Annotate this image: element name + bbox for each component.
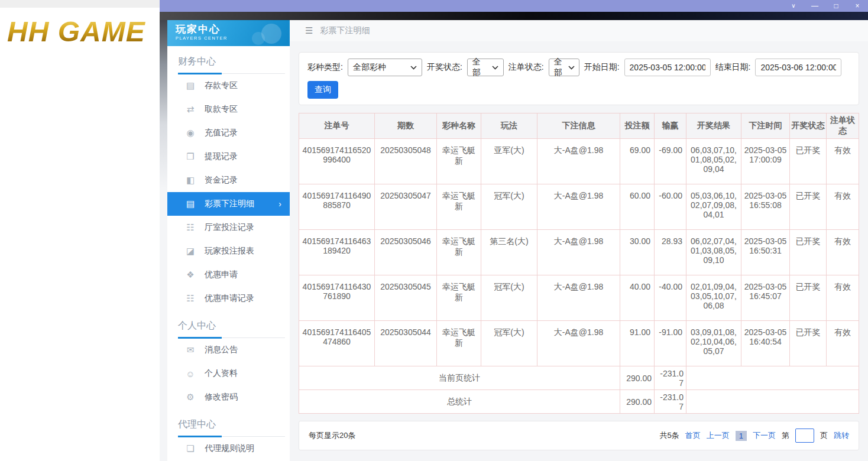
main-content: ☰ 彩票下注明细 彩种类型: 全部彩种 开奖状态: 全部 注单状态: (290, 20, 868, 461)
chevron-right-icon: › (278, 199, 281, 209)
total-summary-winloss: -231.07 (655, 390, 686, 414)
sidebar-item-玩家投注报表[interactable]: ◪玩家投注报表 (167, 239, 290, 263)
sidebar-item-代理规则说明[interactable]: ❏代理规则说明 (167, 437, 290, 460)
background-page: HH GAME (0, 0, 160, 461)
column-header: 开奖状态 (790, 113, 827, 139)
sidebar-item-提现记录[interactable]: ❒提现记录 (167, 145, 290, 168)
bets-table-wrap: 注单号期数彩种名称玩法下注信息投注额输赢开奖结果下注时间开奖状态注单状态 401… (299, 113, 859, 414)
search-button[interactable]: 查询 (307, 81, 338, 99)
next-page-link[interactable]: 下一页 (753, 430, 776, 441)
password-icon: ⚙ (185, 392, 196, 402)
cell: 大-A盘@1.98 (537, 139, 620, 184)
cell: 40.00 (620, 275, 655, 321)
sidebar-item-取款专区[interactable]: ⇄取款专区 (167, 98, 290, 121)
background-top-strip (0, 0, 160, 8)
cell: 已开奖 (790, 275, 827, 321)
window-chevron-icon[interactable]: ∨ (783, 0, 804, 12)
cell: 冠军(大) (481, 321, 537, 366)
sidebar-item-存款专区[interactable]: ▤存款专区 (167, 74, 290, 98)
sidebar-item-label: 提现记录 (205, 151, 238, 162)
draw-status-select[interactable]: 全部 (467, 59, 504, 76)
sidebar-section-label: 个人中心 (167, 310, 290, 338)
window-titlebar: ∨ — □ × (160, 0, 868, 12)
current-page-badge[interactable]: 1 (736, 431, 747, 441)
sidebar-item-个人资料[interactable]: ☺个人资料 (167, 362, 290, 385)
window-body: 玩家中心 PLAYERS CENTER 财务中心▤存款专区⇄取款专区◉充值记录❒… (160, 20, 868, 461)
sidebar-item-label: 代理规则说明 (205, 443, 254, 454)
end-date-label: 结束日期: (715, 62, 751, 73)
cell: 大-A盘@1.98 (537, 321, 620, 366)
cell: 有效 (827, 139, 859, 184)
sidebar-item-消息公告[interactable]: ✉消息公告 (167, 338, 290, 362)
column-header: 开奖结果 (686, 113, 741, 139)
promo-apply-icon: ❖ (185, 270, 196, 280)
cell: 大-A盘@1.98 (537, 230, 620, 275)
promo-apply-record-icon: ☷ (185, 293, 196, 304)
agent-rules-icon: ❏ (185, 443, 196, 454)
column-header: 彩种名称 (437, 113, 481, 139)
cell: 已开奖 (790, 321, 827, 366)
table-row: 40156917411646318942020250305046幸运飞艇新第三名… (299, 230, 859, 275)
order-status-select[interactable]: 全部 (549, 59, 579, 76)
pagination-panel: 每页显示20条 共5条 首页 上一页 1 下一页 第 页 跳转 (299, 421, 859, 450)
deposit-icon: ▤ (185, 80, 196, 91)
sidebar-nav: 财务中心▤存款专区⇄取款专区◉充值记录❒提现记录◧资金记录▤彩票下注明细›☷厅室… (167, 46, 290, 460)
jump-action-link[interactable]: 跳转 (834, 430, 849, 441)
sidebar-item-label: 充值记录 (205, 128, 238, 138)
page-title: 彩票下注明细 (320, 25, 370, 36)
hamburger-icon[interactable]: ☰ (305, 25, 313, 36)
page-jump-input[interactable] (795, 428, 814, 443)
lottery-type-select[interactable]: 全部彩种 (348, 59, 422, 76)
start-date-label: 开始日期: (584, 62, 620, 73)
cell: 401569174116430761890 (299, 275, 375, 321)
sidebar-item-彩票下注明细[interactable]: ▤彩票下注明细› (167, 192, 290, 216)
cell: 冠军(大) (481, 184, 537, 230)
sidebar-header: 玩家中心 PLAYERS CENTER (167, 20, 290, 46)
start-date-input[interactable] (624, 59, 711, 76)
window-maximize-icon[interactable]: □ (825, 0, 847, 12)
cell: 20250305048 (375, 139, 437, 184)
end-date-input[interactable] (755, 59, 841, 76)
main-topbar: ☰ 彩票下注明细 (290, 20, 868, 41)
sidebar-item-label: 玩家投注报表 (205, 246, 254, 257)
bets-table: 注单号期数彩种名称玩法下注信息投注额输赢开奖结果下注时间开奖状态注单状态 401… (299, 113, 859, 414)
sidebar-section-label: 财务中心 (167, 46, 290, 74)
sidebar-item-优惠申请[interactable]: ❖优惠申请 (167, 263, 290, 287)
sidebar-item-修改密码[interactable]: ⚙修改密码 (167, 385, 290, 409)
sidebar-item-label: 个人资料 (205, 368, 238, 379)
prev-page-link[interactable]: 上一页 (707, 430, 730, 441)
cell: 20250305047 (375, 184, 437, 230)
cell: 有效 (827, 184, 859, 230)
sidebar-item-label: 优惠申请 (205, 270, 238, 280)
sidebar-item-label: 资金记录 (205, 175, 238, 186)
cell: 有效 (827, 230, 859, 275)
window-close-icon[interactable]: × (847, 0, 868, 12)
sidebar-item-优惠申请记录[interactable]: ☷优惠申请记录 (167, 287, 290, 310)
cell: 2025-03-05 16:45:07 (741, 275, 790, 321)
withdraw-icon: ⇄ (185, 104, 196, 115)
cell: 冠军(大) (481, 275, 537, 321)
player-bet-report-icon: ◪ (185, 246, 196, 257)
sidebar-item-充值记录[interactable]: ◉充值记录 (167, 121, 290, 145)
window-minimize-icon[interactable]: — (804, 0, 825, 12)
sidebar-item-资金记录[interactable]: ◧资金记录 (167, 168, 290, 192)
cell: 401569174116463189420 (299, 230, 375, 275)
cell: -40.00 (655, 275, 686, 321)
jump-prefix-text: 第 (782, 430, 789, 441)
hall-bet-record-icon: ☷ (185, 222, 196, 233)
sidebar-item-厅室投注记录[interactable]: ☷厅室投注记录 (167, 216, 290, 239)
lottery-bet-detail-icon: ▤ (185, 199, 196, 209)
cell: 401569174116490885870 (299, 184, 375, 230)
cell: 幸运飞艇新 (437, 184, 481, 230)
sidebar-item-label: 取款专区 (205, 104, 238, 115)
lottery-type-value: 全部彩种 (353, 62, 386, 73)
first-page-link[interactable]: 首页 (685, 430, 701, 441)
sidebar-item-label: 消息公告 (205, 345, 238, 355)
column-header: 下注时间 (741, 113, 790, 139)
table-row: 40156917411640547486020250305044幸运飞艇新冠军(… (299, 321, 859, 366)
cell: 02,01,09,04,03,05,10,07,06,08 (686, 275, 741, 321)
sidebar: 玩家中心 PLAYERS CENTER 财务中心▤存款专区⇄取款专区◉充值记录❒… (167, 20, 290, 461)
page-summary-empty (686, 366, 859, 390)
cell: 亚军(大) (481, 139, 537, 184)
app-window: ∨ — □ × 玩家中心 PLAYERS CENTER 财务中心▤存款专区⇄取款… (160, 0, 868, 461)
